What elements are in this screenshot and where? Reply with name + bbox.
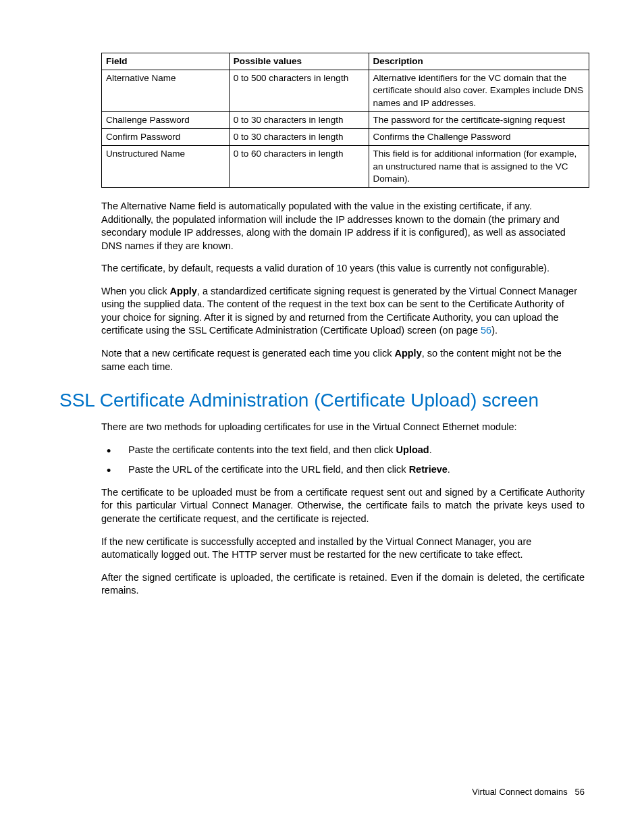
text: ). (491, 325, 498, 336)
cell-field: Alternative Name (102, 70, 230, 112)
cell-pv: 0 to 30 characters in length (229, 111, 369, 128)
paragraph-logout: If the new certificate is successfully a… (101, 536, 585, 562)
cell-field: Confirm Password (102, 129, 230, 146)
paragraph-cert-match: The certificate to be uploaded must be f… (101, 486, 585, 526)
bold-upload: Upload (396, 444, 429, 455)
text: Paste the URL of the certificate into th… (128, 464, 409, 475)
cell-desc: This field is for additional information… (369, 146, 589, 188)
table-header-row: Field Possible values Description (102, 53, 589, 70)
cell-desc: Alternative identifiers for the VC domai… (369, 70, 589, 112)
bold-apply: Apply (170, 286, 197, 296)
footer-page-number: 56 (575, 787, 585, 797)
cell-pv: 0 to 30 characters in length (229, 129, 369, 146)
cell-pv: 0 to 500 characters in length (229, 70, 369, 112)
page-footer: Virtual Connect domains 56 (472, 787, 585, 797)
text: . (429, 444, 432, 455)
table-row: Challenge Password 0 to 30 characters in… (102, 111, 589, 128)
page-link-56[interactable]: 56 (481, 325, 491, 336)
list-item: Paste the URL of the certificate into th… (101, 463, 585, 477)
text: Note that a new certificate request is g… (101, 348, 394, 359)
cell-pv: 0 to 60 characters in length (229, 146, 369, 188)
paragraph-retained: After the signed certificate is uploaded… (101, 571, 585, 598)
paragraph-upload-intro: There are two methods for uploading cert… (101, 421, 585, 434)
field-table: Field Possible values Description Altern… (101, 53, 589, 188)
header-possible-values: Possible values (229, 53, 369, 70)
cell-desc: Confirms the Challenge Password (369, 129, 589, 146)
upload-methods-list: Paste the certificate contents into the … (101, 444, 585, 477)
heading-ssl-cert-upload: SSL Certificate Administration (Certific… (59, 390, 585, 411)
cell-field: Unstructured Name (102, 146, 230, 188)
paragraph-apply-csr: When you click Apply, a standardized cer… (101, 285, 585, 338)
cell-field: Challenge Password (102, 111, 230, 128)
text: When you click (101, 286, 170, 296)
paragraph-duration: The certificate, by default, requests a … (101, 262, 585, 276)
table-row: Unstructured Name 0 to 60 characters in … (102, 146, 589, 188)
paragraph-apply-note: Note that a new certificate request is g… (101, 347, 585, 373)
header-description: Description (369, 53, 589, 70)
header-field: Field (102, 53, 230, 70)
table-row: Confirm Password 0 to 30 characters in l… (102, 129, 589, 146)
footer-section: Virtual Connect domains (472, 787, 567, 797)
bold-apply: Apply (394, 348, 421, 359)
text: Paste the certificate contents into the … (128, 444, 396, 455)
bold-retrieve: Retrieve (409, 464, 448, 475)
text: . (448, 464, 450, 475)
cell-desc: The password for the certificate-signing… (369, 111, 589, 128)
list-item: Paste the certificate contents into the … (101, 444, 585, 457)
paragraph-alt-name-info: The Alternative Name field is automatica… (101, 200, 585, 253)
table-row: Alternative Name 0 to 500 characters in … (102, 70, 589, 112)
